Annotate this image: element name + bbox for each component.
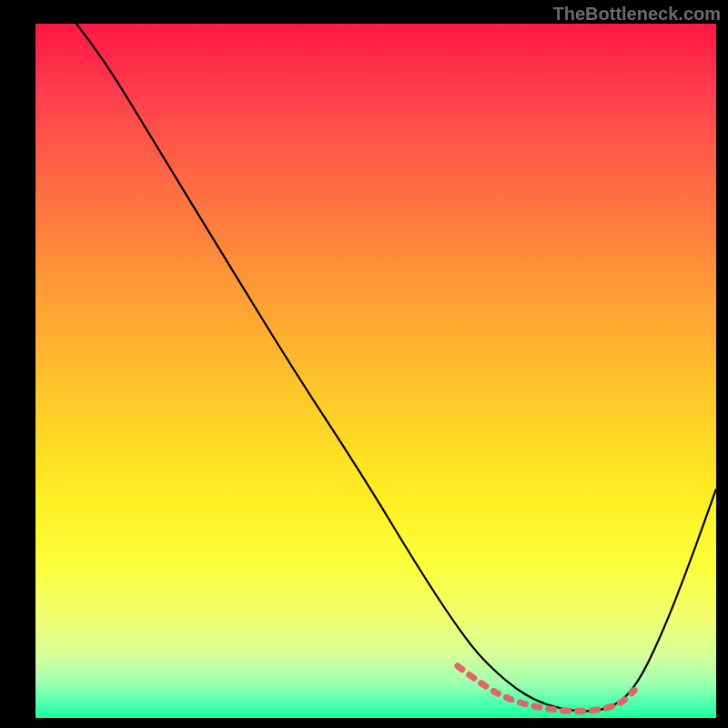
chart-svg: [35, 24, 716, 718]
chart-plot-area: [35, 24, 716, 718]
main-curve-line: [76, 24, 716, 711]
chart-frame: [35, 24, 716, 718]
watermark-text: TheBottleneck.com: [553, 4, 721, 25]
